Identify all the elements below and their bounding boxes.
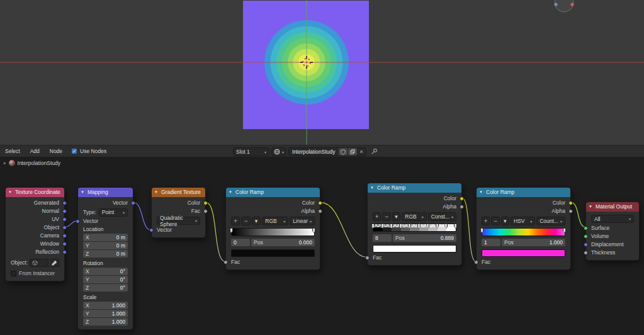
ramp-options-button[interactable]: ▾ [252,217,261,225]
ramp-gradient-bar[interactable] [482,228,565,236]
location-x-field[interactable]: X0 m [83,234,128,241]
stop-color-swatch[interactable] [373,245,456,253]
interpolation-dropdown[interactable]: Const...▾ [428,212,456,221]
color-mode-dropdown[interactable]: HSV▾ [511,217,535,225]
new-material-button[interactable] [348,148,357,156]
collapse-icon[interactable]: ▼ [229,188,232,197]
node-mapping[interactable]: ▼ Mapping Vector Type: Point ▾ Vector Lo… [77,187,133,330]
stop-position-field[interactable]: Pos1.000 [502,239,565,246]
collapse-icon[interactable]: ▼ [81,188,84,197]
socket-fac-out[interactable] [203,209,208,213]
socket-fac-in[interactable] [474,260,478,264]
socket-color-out[interactable] [318,201,322,205]
ramp-options-button[interactable]: ▾ [501,217,509,225]
stop-index-field[interactable]: 1 [482,239,500,246]
material-name-field[interactable]: InterpolationStudy × [288,147,366,156]
delete-stop-button[interactable]: − [491,217,499,225]
color-mode-dropdown[interactable]: RGB▾ [402,212,426,221]
stop-index-field[interactable]: 0 [231,239,250,246]
socket-thickness-in[interactable] [584,251,588,255]
use-nodes-checkbox[interactable]: ✓ [71,148,77,154]
socket-camera[interactable] [62,234,67,238]
node-texture-coordinate[interactable]: ▼ Texture Coordinate Generated Normal UV… [5,187,65,281]
from-instancer-checkbox[interactable] [11,271,16,276]
socket-alpha-out[interactable] [460,205,464,209]
collapse-icon[interactable]: ▼ [370,183,374,193]
node-header[interactable]: ▼ Texture Coordinate [6,188,64,197]
menu-add[interactable]: Add [25,148,45,154]
socket-normal[interactable] [62,209,67,213]
add-stop-button[interactable]: + [231,217,240,225]
object-field[interactable] [30,259,48,267]
gradient-type-dropdown[interactable]: Quadratic Sphere ▾ [157,217,200,225]
node-header[interactable]: ▼ Color Ramp [226,188,320,197]
mapping-type-dropdown[interactable]: Point ▾ [99,208,128,217]
socket-alpha-out[interactable] [318,209,322,213]
socket-volume-in[interactable] [584,234,588,239]
node-color-ramp-3[interactable]: ▼ Color Ramp Color Alpha + − ▾ HSV▾ Coun… [476,187,571,270]
menu-select[interactable]: Select [0,148,25,154]
socket-vector-out[interactable] [131,201,135,205]
socket-alpha-out[interactable] [568,209,573,213]
slot-dropdown[interactable]: Slot 1 ▾ [233,147,269,156]
use-nodes-toggle[interactable]: ✓ Use Nodes [71,148,106,154]
location-y-field[interactable]: Y0 m [83,242,128,249]
node-material-output[interactable]: ▼ Material Output All ▾ Surface Volume D… [585,202,640,261]
add-stop-button[interactable]: + [482,217,490,225]
node-header[interactable]: ▼ Material Output [586,202,639,212]
node-color-ramp-2[interactable]: ▼ Color Ramp Color Alpha + − ▾ RGB▾ Cons… [367,183,462,266]
scale-z-field[interactable]: Z1.000 [83,318,128,326]
collapse-icon[interactable]: ▼ [8,188,12,197]
rotation-x-field[interactable]: X0° [83,268,128,275]
interpolation-dropdown[interactable]: Linear▾ [290,217,315,225]
eyedropper-button[interactable] [50,259,59,267]
stop-index-field[interactable]: 8 [373,234,392,242]
delete-stop-button[interactable]: − [382,212,390,221]
node-header[interactable]: ▼ Gradient Texture [152,188,205,197]
socket-surface-in[interactable] [584,226,588,230]
stop-color-swatch[interactable] [231,249,315,257]
stop-position-field[interactable]: Pos0.000 [251,239,315,246]
rotation-y-field[interactable]: Y0° [83,276,128,283]
browse-material-button[interactable]: ▾ [271,147,286,156]
interpolation-dropdown[interactable]: Count...▾ [536,217,565,225]
ramp-options-button[interactable]: ▾ [392,212,400,221]
socket-fac-in[interactable] [365,256,370,260]
target-dropdown[interactable]: All ▾ [591,215,634,223]
socket-reflection[interactable] [62,250,67,254]
socket-vector-in[interactable] [149,228,154,232]
node-header[interactable]: ▼ Mapping [78,188,133,197]
socket-vector-in[interactable] [76,219,80,224]
socket-color-out[interactable] [568,201,573,205]
socket-uv[interactable] [62,217,67,222]
from-instancer-toggle[interactable]: From Instancer [6,269,64,278]
node-header[interactable]: ▼ Color Ramp [477,188,570,197]
shader-node-editor[interactable]: ▸ InterpolationStudy [0,157,644,335]
socket-generated[interactable] [62,201,67,205]
collapse-icon[interactable]: ▼ [154,188,158,197]
node-color-ramp-1[interactable]: ▼ Color Ramp Color Alpha + − ▾ RGB▾ Line… [225,187,320,270]
pin-icon[interactable] [371,148,378,156]
unlink-material-button[interactable]: × [358,149,366,155]
node-header[interactable]: ▼ Color Ramp [368,183,461,193]
add-stop-button[interactable]: + [373,212,381,221]
stop-position-field[interactable]: Pos0.889 [393,234,456,242]
rotation-z-field[interactable]: Z0° [83,284,128,292]
socket-fac-in[interactable] [223,260,228,264]
stop-color-swatch[interactable] [482,249,565,257]
node-gradient-texture[interactable]: ▼ Gradient Texture Color Fac Quadratic S… [151,187,206,238]
socket-color-out[interactable] [460,196,464,201]
location-z-field[interactable]: Z0 m [83,250,128,258]
socket-color-out[interactable] [203,201,208,205]
collapse-icon[interactable]: ▼ [479,188,483,197]
scale-x-field[interactable]: X1.000 [83,302,128,309]
collapse-icon[interactable]: ▼ [589,202,592,212]
fake-user-button[interactable] [339,148,347,156]
material-name[interactable]: InterpolationStudy [289,149,339,155]
delete-stop-button[interactable]: − [241,217,250,225]
ramp-gradient-bar[interactable] [231,228,315,236]
ramp-gradient-bar[interactable] [373,224,456,232]
socket-object[interactable] [62,225,67,230]
scale-y-field[interactable]: Y1.000 [83,310,128,317]
menu-node[interactable]: Node [45,148,67,154]
